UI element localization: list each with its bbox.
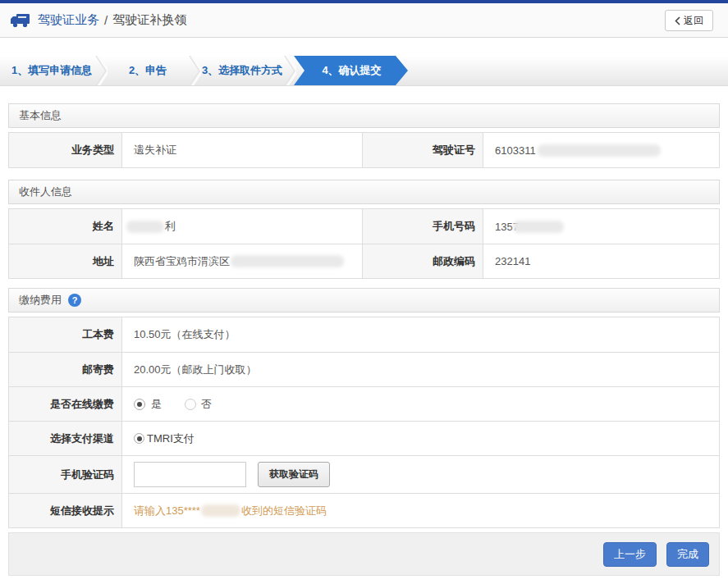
redaction-blur	[201, 504, 240, 517]
radio-no-label: 否	[201, 397, 212, 412]
sms-code-field: 获取验证码	[122, 456, 719, 493]
recipient-table: 姓名 利 手机号码 1357 地址 陕西省宝鸡市渭滨区 邮政编码 232141	[8, 208, 720, 279]
step-separator-icon	[283, 56, 296, 86]
page-header: 驾驶证业务 / 驾驶证补换领 返回	[0, 3, 728, 38]
recipient-section-title: 收件人信息	[19, 185, 72, 199]
table-row: 短信接收提示 请输入135**** 收到的短信验证码	[9, 493, 719, 527]
payment-table: 工本费 10.50元（在线支付） 邮寄费 20.00元（邮政上门收取） 是否在线…	[8, 317, 720, 528]
recipient-section-header: 收件人信息	[8, 180, 720, 204]
pay-channel-options: TMRI支付	[122, 422, 719, 455]
fee-value: 10.50元（在线支付）	[122, 317, 719, 352]
sms-code-input[interactable]	[134, 462, 246, 487]
address-value: 陕西省宝鸡市渭滨区	[122, 244, 363, 278]
address-label: 地址	[9, 244, 122, 278]
fee-label: 工本费	[9, 317, 122, 352]
truck-icon	[10, 12, 31, 28]
radio-no[interactable]	[185, 399, 196, 410]
radio-tmri-label: TMRI支付	[147, 431, 195, 446]
zip-value: 232141	[483, 244, 719, 278]
table-row: 手机验证码 获取验证码	[9, 455, 719, 493]
step-2-label: 2、申告	[129, 63, 167, 78]
step-1-fill-info[interactable]: 1、填写申请信息	[0, 56, 97, 85]
payment-section-header: 缴纳费用 ?	[8, 288, 720, 313]
step-nav: 1、填写申请信息 2、申告 3、选择取件方式 4、确认提交	[0, 56, 728, 86]
zip-label: 邮政编码	[363, 244, 483, 278]
footer-bar: 上一步 完成	[8, 532, 720, 576]
step-3-label: 3、选择取件方式	[202, 63, 282, 78]
chevron-left-icon	[675, 16, 680, 25]
payment-section-title: 缴纳费用	[19, 293, 62, 308]
step-4-label: 4、确认提交	[322, 63, 381, 78]
radio-yes[interactable]	[134, 399, 145, 410]
table-row: 地址 陕西省宝鸡市渭滨区 邮政编码 232141	[9, 244, 719, 278]
license-no-label: 驾驶证号	[363, 133, 483, 167]
license-no-value: 6103311	[483, 133, 719, 167]
radio-yes-label: 是	[151, 397, 162, 412]
sms-code-label: 手机验证码	[9, 456, 122, 493]
redaction-blur	[538, 144, 661, 157]
question-mark-circle-icon[interactable]: ?	[68, 294, 81, 307]
business-type-label: 业务类型	[9, 133, 122, 167]
page-title-primary: 驾驶证业务	[38, 12, 99, 28]
title-separator: /	[104, 13, 108, 27]
table-row: 工本费 10.50元（在线支付）	[9, 317, 719, 352]
step-1-label: 1、填写申请信息	[11, 63, 92, 78]
table-row: 姓名 利 手机号码 1357	[9, 209, 719, 244]
pay-channel-label: 选择支付渠道	[9, 422, 122, 455]
step-2-declare[interactable]: 2、申告	[105, 56, 190, 85]
basic-info-section-header: 基本信息	[8, 103, 720, 128]
sms-tip-value: 请输入135**** 收到的短信验证码	[122, 494, 719, 527]
redaction-blur	[231, 255, 344, 267]
basic-info-section-title: 基本信息	[19, 108, 62, 123]
name-label: 姓名	[9, 209, 122, 244]
postage-value: 20.00元（邮政上门收取）	[122, 353, 719, 386]
step-4-confirm-submit[interactable]: 4、确认提交	[294, 56, 408, 85]
postage-label: 邮寄费	[9, 353, 122, 386]
phone-value: 1357	[483, 209, 719, 244]
driver-license-service-page: 驾驶证业务 / 驾驶证补换领 返回 1、填写申请信息 2、申告 3、选择取件方式…	[0, 0, 728, 576]
page-title-secondary: 驾驶证补换领	[112, 12, 186, 28]
prev-step-button[interactable]: 上一步	[603, 542, 657, 567]
finish-button[interactable]: 完成	[666, 542, 709, 567]
table-row: 业务类型 遗失补证 驾驶证号 6103311	[9, 133, 719, 167]
step-3-pickup-method[interactable]: 3、选择取件方式	[199, 56, 286, 85]
basic-info-table: 业务类型 遗失补证 驾驶证号 6103311	[8, 132, 720, 168]
online-pay-options: 是 否	[122, 387, 719, 421]
name-value: 利	[122, 209, 363, 244]
radio-tmri[interactable]	[134, 433, 144, 444]
table-row: 邮寄费 20.00元（邮政上门收取）	[9, 352, 719, 386]
phone-label: 手机号码	[363, 209, 483, 244]
online-pay-label: 是否在线缴费	[9, 387, 122, 421]
business-type-value: 遗失补证	[122, 133, 363, 167]
table-row: 是否在线缴费 是 否	[9, 386, 719, 421]
table-row: 选择支付渠道 TMRI支付	[9, 421, 719, 455]
redaction-blur	[513, 221, 564, 233]
back-button-label: 返回	[684, 14, 703, 28]
get-code-button[interactable]: 获取验证码	[258, 462, 330, 487]
sms-tip-label: 短信接收提示	[9, 494, 122, 527]
redaction-blur	[126, 221, 164, 233]
back-button[interactable]: 返回	[665, 10, 713, 31]
